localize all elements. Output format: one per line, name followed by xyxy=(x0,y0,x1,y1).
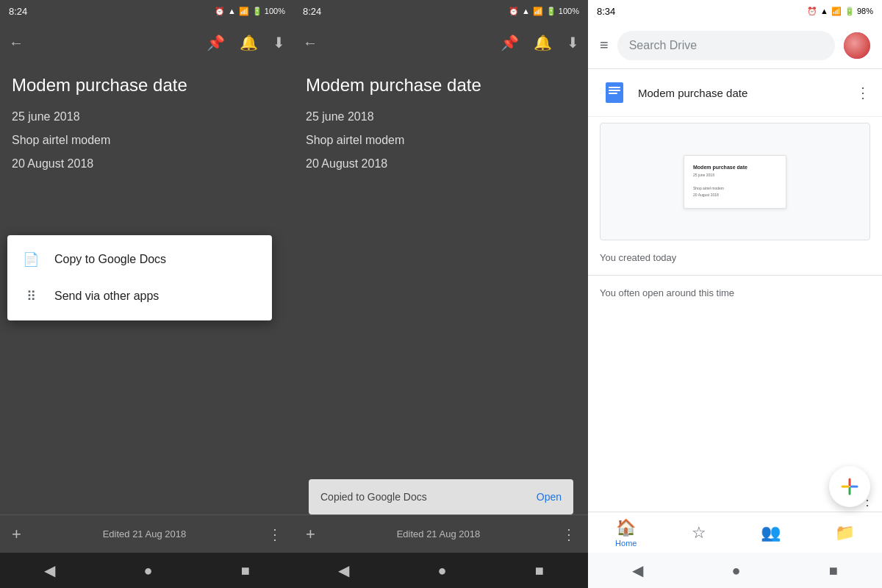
time-1: 8:24 xyxy=(9,6,27,17)
add-note-button-2[interactable]: + xyxy=(306,525,315,544)
nav-bar-1: ◀ ● ■ xyxy=(0,553,294,588)
recents-nav-button-3[interactable]: ■ xyxy=(829,562,838,579)
note-line1-1: 25 june 2018 xyxy=(12,110,282,123)
wifi-icon-3: ▲ xyxy=(820,7,828,15)
drive-file-more-button[interactable]: ⋮ xyxy=(856,84,870,101)
doc-icon: 📄 xyxy=(22,251,40,268)
drive-file-name: Modem purchase date xyxy=(638,87,856,99)
snackbar-open-button[interactable]: Open xyxy=(537,491,562,503)
edited-text-2: Edited 21 Aug 2018 xyxy=(315,528,562,539)
svg-rect-1 xyxy=(609,87,620,88)
home-nav-icon: 🏠 xyxy=(616,518,636,537)
drive-bottom-nav: 🏠 Home ☆ 👥 📁 xyxy=(588,512,882,553)
avatar-image xyxy=(844,32,870,59)
status-icons-3: ⏰ ▲ 📶 🔋 98% xyxy=(807,7,873,16)
bottom-bar-1: + Edited 21 Aug 2018 ⋮ xyxy=(0,514,294,553)
wifi-icon-1: ▲ xyxy=(228,7,236,15)
toolbar-1: ← 📌 🔔 ⬇ xyxy=(0,22,294,63)
signal-icon-1: 📶 xyxy=(239,7,249,16)
pin-icon-2[interactable]: 📌 xyxy=(501,34,519,51)
more-options-button-1[interactable]: ⋮ xyxy=(268,526,282,543)
recents-nav-button-1[interactable]: ■ xyxy=(241,562,250,579)
nav-bar-3: ◀ ● ■ xyxy=(588,553,882,588)
panel-keep-notes-with-snackbar: 8:24 ⏰ ▲ 📶 🔋 100% ← 📌 🔔 ⬇ Modem purchase… xyxy=(294,0,588,588)
preview-line3: Shop airtel modem xyxy=(693,186,777,190)
status-bar-3: 8:34 ⏰ ▲ 📶 🔋 98% xyxy=(588,0,882,22)
note-line3-2: 20 August 2018 xyxy=(306,157,576,171)
preview-line2 xyxy=(693,179,777,184)
home-nav-button-2[interactable]: ● xyxy=(437,562,446,579)
battery-icon-1: 🔋 100% xyxy=(252,7,285,16)
time-2: 8:24 xyxy=(303,6,321,17)
status-icons-2: ⏰ ▲ 📶 🔋 100% xyxy=(509,7,579,16)
drive-file-item[interactable]: Modem purchase date ⋮ xyxy=(588,69,882,117)
shared-nav-icon: 👥 xyxy=(761,523,781,542)
drive-header: ≡ Search Drive xyxy=(588,22,882,69)
snackbar-text: Copied to Google Docs xyxy=(320,491,537,503)
preview-line4: 20 August 2018 xyxy=(693,193,777,197)
back-nav-button-2[interactable]: ◀ xyxy=(338,562,349,579)
files-nav-icon: 📁 xyxy=(835,523,855,542)
drive-nav-shared[interactable]: 👥 xyxy=(761,523,781,542)
alarm-icon-3: ⏰ xyxy=(807,7,817,16)
note-line2-2: Shop airtel modem xyxy=(306,134,576,147)
status-icons-1: ⏰ ▲ 📶 🔋 100% xyxy=(215,7,285,16)
docs-file-icon xyxy=(600,78,629,107)
drive-nav-starred[interactable]: ☆ xyxy=(692,523,706,542)
signal-icon-2: 📶 xyxy=(533,7,543,16)
save-icon-1[interactable]: ⬇ xyxy=(273,34,285,51)
copy-to-google-docs-button[interactable]: 📄 Copy to Google Docs xyxy=(7,241,272,278)
note-line1-2: 25 june 2018 xyxy=(306,110,576,123)
starred-nav-icon: ☆ xyxy=(692,523,706,542)
note-title-1: Modem purchase date xyxy=(12,75,282,96)
note-line3-1: 20 August 2018 xyxy=(12,157,282,171)
drive-search-box[interactable]: Search Drive xyxy=(617,31,835,60)
battery-icon-2: 🔋 100% xyxy=(546,7,579,16)
battery-icon-3: 🔋 98% xyxy=(845,7,873,16)
add-note-button-1[interactable]: + xyxy=(12,525,21,544)
note-content-2: Modem purchase date 25 june 2018 Shop ai… xyxy=(294,63,588,514)
status-bar-1: 8:24 ⏰ ▲ 📶 🔋 100% xyxy=(0,0,294,22)
document-preview: Modem purchase date 25 june 2018 Shop ai… xyxy=(600,123,870,240)
document-preview-inner: Modem purchase date 25 june 2018 Shop ai… xyxy=(684,155,786,209)
drive-menu-icon[interactable]: ≡ xyxy=(600,37,609,54)
send-via-other-apps-label: Send via other apps xyxy=(54,290,159,303)
grid-icon: ⠿ xyxy=(22,288,40,304)
signal-icon-3: 📶 xyxy=(831,7,842,16)
wifi-icon-2: ▲ xyxy=(522,7,530,15)
more-options-button-2[interactable]: ⋮ xyxy=(562,526,576,543)
preview-line1: 25 june 2018 xyxy=(693,173,777,177)
section-label: You often open around this time xyxy=(588,282,882,304)
fab-add-button[interactable] xyxy=(829,466,870,507)
back-nav-button-1[interactable]: ◀ xyxy=(44,562,55,579)
google-docs-svg xyxy=(603,81,626,104)
edited-text-1: Edited 21 Aug 2018 xyxy=(21,528,268,539)
home-nav-label: Home xyxy=(615,539,637,548)
back-icon-1[interactable]: ← xyxy=(9,35,24,51)
alarm-icon-2: ⏰ xyxy=(509,7,519,16)
context-menu: 📄 Copy to Google Docs ⠿ Send via other a… xyxy=(7,235,272,320)
back-icon-2[interactable]: ← xyxy=(303,35,318,51)
home-nav-button-3[interactable]: ● xyxy=(731,562,740,579)
drive-nav-home[interactable]: 🏠 Home xyxy=(615,518,637,548)
drive-divider xyxy=(588,275,882,276)
bell-icon-2[interactable]: 🔔 xyxy=(534,34,552,51)
drive-nav-files[interactable]: 📁 xyxy=(835,523,855,542)
note-title-2: Modem purchase date xyxy=(306,75,576,96)
send-via-other-apps-button[interactable]: ⠿ Send via other apps xyxy=(7,278,272,315)
avatar[interactable] xyxy=(844,32,870,59)
svg-rect-3 xyxy=(609,93,617,94)
alarm-icon-1: ⏰ xyxy=(215,7,225,16)
created-today-text: You created today xyxy=(588,246,882,269)
recents-nav-button-2[interactable]: ■ xyxy=(535,562,544,579)
bottom-bar-2: + Edited 21 Aug 2018 ⋮ xyxy=(294,514,588,553)
panel-keep-notes-with-popup: 8:24 ⏰ ▲ 📶 🔋 100% ← 📌 🔔 ⬇ Modem purchase… xyxy=(0,0,294,588)
svg-rect-2 xyxy=(609,90,620,91)
back-nav-button-3[interactable]: ◀ xyxy=(632,562,643,579)
copy-to-google-docs-label: Copy to Google Docs xyxy=(54,253,166,266)
pin-icon-1[interactable]: 📌 xyxy=(207,34,225,51)
status-bar-2: 8:24 ⏰ ▲ 📶 🔋 100% xyxy=(294,0,588,22)
home-nav-button-1[interactable]: ● xyxy=(143,562,152,579)
save-icon-2[interactable]: ⬇ xyxy=(567,34,579,51)
bell-icon-1[interactable]: 🔔 xyxy=(240,34,258,51)
